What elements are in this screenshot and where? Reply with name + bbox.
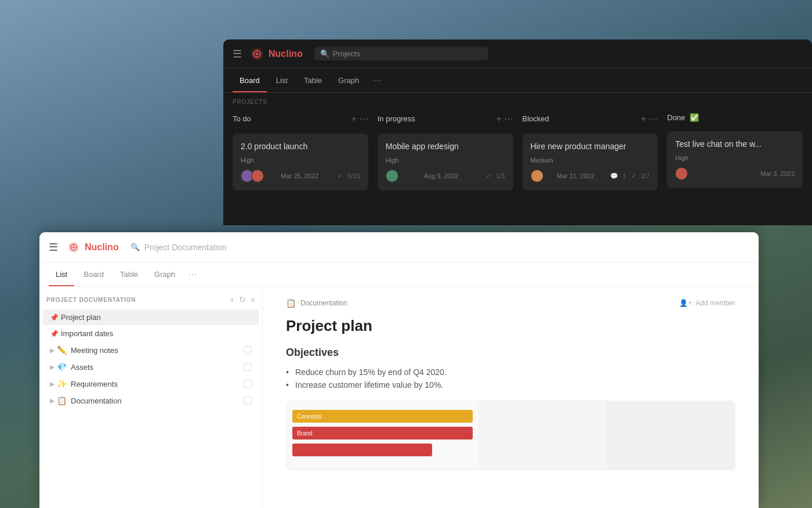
bottom-tab-table[interactable]: Table (113, 266, 145, 282)
card-priority-hire-pm: Medium (531, 157, 650, 164)
kanban-todo-add-icon[interactable]: + (351, 114, 356, 124)
chart-bar-concepts: Concepts (292, 410, 473, 423)
top-header: ☰ Nuclino 🔍 Projects (223, 39, 812, 69)
kanban-inprogress-add-icon[interactable]: + (496, 114, 501, 124)
card-comment-icon: 💬 (610, 172, 618, 180)
breadcrumb-icon: 📋 (286, 298, 296, 308)
sidebar-item-important-dates[interactable]: 📌 Important dates (43, 326, 259, 341)
kanban-blocked-title: Blocked (523, 114, 549, 123)
top-search[interactable]: 🔍 Projects (314, 47, 488, 60)
sidebar-item-meeting-notes[interactable]: ▶ ✏️ Meeting notes (43, 342, 259, 358)
tab-graph[interactable]: Graph (331, 73, 366, 88)
menu-icon[interactable]: ☰ (233, 48, 242, 60)
chart-section-right (607, 401, 735, 470)
card-avatars-mobile-redesign (386, 170, 396, 182)
checkbox-requirements[interactable] (244, 380, 252, 388)
gantt-chart: Concepts Brand (286, 401, 735, 470)
tab-board[interactable]: Board (233, 73, 267, 88)
kanban-done-title: Done ✅ (667, 113, 699, 122)
avatar-5 (675, 167, 688, 180)
card-progress-icon-2: ✓ (486, 172, 491, 180)
add-member-button[interactable]: 👤+ Add member (679, 299, 735, 307)
top-logo-text: Nuclino (269, 49, 303, 59)
chart-bar-other (292, 444, 432, 456)
sidebar-item-requirements[interactable]: ▶ ✨ Requirements (43, 376, 259, 392)
checkbox-assets[interactable] (244, 363, 252, 371)
bottom-logo-icon (66, 240, 81, 255)
add-member-icon: 👤+ (679, 299, 692, 307)
top-search-text: Projects (333, 49, 360, 58)
bottom-tab-graph[interactable]: Graph (147, 266, 182, 282)
bottom-search[interactable]: 🔍 Project Documentation (130, 243, 749, 252)
sidebar-item-documentation[interactable]: ▶ 📋 Documentation (43, 392, 259, 409)
bottom-tab-more-icon[interactable]: ⋯ (184, 266, 201, 282)
kanban-col-done: Done ✅ Test live chat on the w... High M… (667, 109, 803, 190)
bottom-tab-list[interactable]: List (49, 266, 74, 282)
checkbox-meeting-notes[interactable] (244, 346, 252, 354)
bottom-tabs: List Board Table Graph ⋯ (39, 262, 759, 287)
chart-section-mid (478, 401, 607, 470)
avatar-2 (251, 170, 264, 182)
kanban-todo-actions: + ⋯ (351, 113, 368, 124)
bottom-search-placeholder: Project Documentation (144, 243, 227, 252)
kanban-card-test-livechat[interactable]: Test live chat on the w... High Mar 3, 2… (667, 131, 803, 188)
chevron-requirements: ▶ (50, 380, 55, 388)
sidebar-label-project-plan: Project plan (61, 313, 252, 322)
chart-brand-label: Brand (297, 430, 313, 437)
card-meta-product-launch: ✓ 0/15 (338, 172, 360, 180)
card-date-hire-pm: Mar 11, 2022 (557, 172, 594, 179)
card-progress-hire-pm: 2/7 (641, 172, 650, 179)
svg-point-0 (256, 53, 258, 55)
tab-list[interactable]: List (269, 73, 295, 88)
emoji-assets: 💎 (57, 362, 66, 372)
kanban-todo-header: To do + ⋯ (233, 109, 368, 129)
sidebar-refresh-icon[interactable]: ↻ (239, 295, 246, 304)
projects-section-label: PROJECTS (223, 93, 812, 109)
checkbox-documentation[interactable] (244, 397, 252, 405)
avatar-3 (386, 170, 398, 182)
sidebar-item-assets[interactable]: ▶ 💎 Assets (43, 359, 259, 375)
emoji-documentation: 📋 (57, 396, 66, 405)
kanban-todo-more-icon[interactable]: ⋯ (359, 113, 368, 124)
sidebar-add-icon[interactable]: + (230, 295, 234, 304)
pin-icon-project-plan: 📌 (50, 314, 59, 322)
bottom-menu-icon[interactable]: ☰ (49, 241, 58, 254)
card-footer-hire-pm: Mar 11, 2022 💬 1 ✓ 2/7 (531, 170, 650, 182)
kanban-board: To do + ⋯ 2.0 product launch High Mar 25… (223, 109, 812, 190)
card-comments-hire-pm: 1 (623, 172, 626, 179)
chart-concepts-label: Concepts (297, 413, 321, 420)
kanban-inprogress-more-icon[interactable]: ⋯ (504, 113, 513, 124)
kanban-blocked-add-icon[interactable]: + (641, 114, 646, 124)
kanban-blocked-more-icon[interactable]: ⋯ (648, 113, 658, 124)
card-avatars-hire-pm (531, 170, 541, 182)
bottom-tab-board[interactable]: Board (77, 266, 111, 282)
card-footer-product-launch: Mar 25, 2022 ✓ 0/15 (241, 170, 360, 182)
emoji-requirements: ✨ (57, 379, 66, 388)
sidebar-section-header: PROJECT DOCUMENTATION + ↻ « (39, 293, 262, 309)
avatar-4 (531, 170, 543, 182)
bullet-2: Increase customer lifetime value by 10%. (286, 379, 735, 391)
card-footer-mobile-redesign: Aug 9, 2022 ✓ 1/3 (386, 170, 505, 182)
kanban-todo-title: To do (233, 114, 251, 123)
projects-panel: ☰ Nuclino 🔍 Projects Board List Table (223, 39, 812, 225)
card-progress-icon-3: ✓ (631, 172, 636, 180)
card-priority-product-launch: High (241, 157, 360, 164)
card-title-product-launch: 2.0 product launch (241, 142, 360, 151)
tab-table[interactable]: Table (297, 73, 329, 88)
sidebar-item-project-plan[interactable]: 📌 Project plan (43, 309, 259, 325)
sidebar-label-documentation: Documentation (71, 397, 244, 405)
chevron-assets: ▶ (50, 363, 55, 371)
kanban-card-product-launch[interactable]: 2.0 product launch High Mar 25, 2022 ✓ 0… (233, 134, 368, 190)
nuclino-logo-icon (249, 46, 265, 62)
kanban-col-todo: To do + ⋯ 2.0 product launch High Mar 25… (233, 109, 368, 190)
kanban-card-mobile-redesign[interactable]: Mobile app redesign High Aug 9, 2022 ✓ 1… (378, 134, 513, 190)
card-meta-hire-pm: 💬 1 ✓ 2/7 (610, 172, 650, 180)
sidebar-collapse-icon[interactable]: « (251, 295, 255, 304)
top-tab-more-icon[interactable]: ⋯ (368, 73, 387, 88)
kanban-card-hire-pm[interactable]: Hire new product manager Medium Mar 11, … (523, 134, 658, 190)
bottom-header: ☰ Nuclino 🔍 Project Documentation (39, 232, 759, 262)
sidebar-label-assets: Assets (71, 363, 244, 372)
card-priority-test-livechat: High (675, 154, 795, 161)
kanban-inprogress-header: In progress + ⋯ (378, 109, 513, 129)
doc-bullets: Reduce churn by 15% by end of Q4 2020. I… (286, 366, 735, 391)
